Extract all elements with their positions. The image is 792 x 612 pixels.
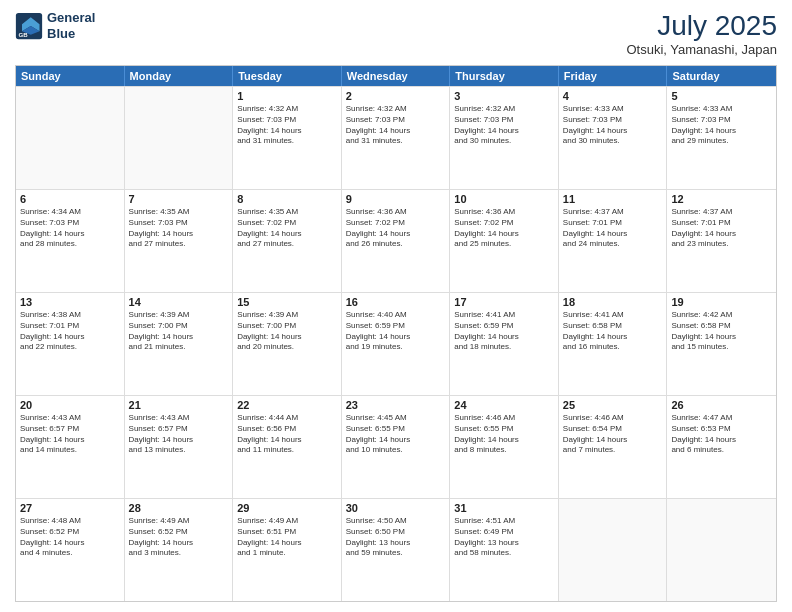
calendar-cell: 23Sunrise: 4:45 AMSunset: 6:55 PMDayligh… xyxy=(342,396,451,498)
day-number: 10 xyxy=(454,193,554,205)
cell-info-line: Daylight: 14 hours xyxy=(671,332,772,343)
cell-info-line: and 13 minutes. xyxy=(129,445,229,456)
cell-info-line: Sunset: 7:03 PM xyxy=(563,115,663,126)
cell-info-line: Sunrise: 4:36 AM xyxy=(346,207,446,218)
calendar-row-4: 27Sunrise: 4:48 AMSunset: 6:52 PMDayligh… xyxy=(16,498,776,601)
cell-info-line: and 28 minutes. xyxy=(20,239,120,250)
cell-info-line: Sunrise: 4:33 AM xyxy=(563,104,663,115)
calendar-cell: 15Sunrise: 4:39 AMSunset: 7:00 PMDayligh… xyxy=(233,293,342,395)
cell-info-line: and 22 minutes. xyxy=(20,342,120,353)
calendar-cell: 17Sunrise: 4:41 AMSunset: 6:59 PMDayligh… xyxy=(450,293,559,395)
cell-info-line: Daylight: 14 hours xyxy=(454,126,554,137)
cell-info-line: Sunset: 6:52 PM xyxy=(129,527,229,538)
cell-info-line: Sunrise: 4:34 AM xyxy=(20,207,120,218)
cell-info-line: Daylight: 14 hours xyxy=(346,229,446,240)
calendar-cell: 22Sunrise: 4:44 AMSunset: 6:56 PMDayligh… xyxy=(233,396,342,498)
cell-info-line: and 25 minutes. xyxy=(454,239,554,250)
cell-info-line: Sunset: 6:53 PM xyxy=(671,424,772,435)
cell-info-line: Sunset: 7:03 PM xyxy=(129,218,229,229)
cell-info-line: Sunrise: 4:42 AM xyxy=(671,310,772,321)
day-number: 19 xyxy=(671,296,772,308)
cell-info-line: and 59 minutes. xyxy=(346,548,446,559)
cell-info-line: Sunrise: 4:48 AM xyxy=(20,516,120,527)
cell-info-line: and 14 minutes. xyxy=(20,445,120,456)
day-number: 18 xyxy=(563,296,663,308)
cell-info-line: and 27 minutes. xyxy=(237,239,337,250)
cell-info-line: Daylight: 14 hours xyxy=(129,435,229,446)
day-number: 6 xyxy=(20,193,120,205)
cell-info-line: and 16 minutes. xyxy=(563,342,663,353)
calendar-cell xyxy=(125,87,234,189)
day-number: 13 xyxy=(20,296,120,308)
day-number: 3 xyxy=(454,90,554,102)
cell-info-line: Daylight: 14 hours xyxy=(346,435,446,446)
logo: GB General Blue xyxy=(15,10,95,41)
cell-info-line: Sunrise: 4:32 AM xyxy=(346,104,446,115)
cell-info-line: Sunset: 7:01 PM xyxy=(20,321,120,332)
header-day-wednesday: Wednesday xyxy=(342,66,451,86)
calendar-cell: 14Sunrise: 4:39 AMSunset: 7:00 PMDayligh… xyxy=(125,293,234,395)
calendar-row-1: 6Sunrise: 4:34 AMSunset: 7:03 PMDaylight… xyxy=(16,189,776,292)
cell-info-line: Sunrise: 4:41 AM xyxy=(454,310,554,321)
cell-info-line: Daylight: 14 hours xyxy=(563,229,663,240)
cell-info-line: Sunset: 6:55 PM xyxy=(346,424,446,435)
day-number: 8 xyxy=(237,193,337,205)
header-day-tuesday: Tuesday xyxy=(233,66,342,86)
cell-info-line: and 15 minutes. xyxy=(671,342,772,353)
calendar-cell: 29Sunrise: 4:49 AMSunset: 6:51 PMDayligh… xyxy=(233,499,342,601)
cell-info-line: Daylight: 14 hours xyxy=(237,435,337,446)
cell-info-line: and 3 minutes. xyxy=(129,548,229,559)
day-number: 26 xyxy=(671,399,772,411)
title-block: July 2025 Otsuki, Yamanashi, Japan xyxy=(626,10,777,57)
cell-info-line: Sunrise: 4:35 AM xyxy=(129,207,229,218)
calendar-cell: 28Sunrise: 4:49 AMSunset: 6:52 PMDayligh… xyxy=(125,499,234,601)
cell-info-line: Sunrise: 4:38 AM xyxy=(20,310,120,321)
cell-info-line: Sunset: 6:57 PM xyxy=(129,424,229,435)
cell-info-line: Daylight: 14 hours xyxy=(454,332,554,343)
cell-info-line: and 21 minutes. xyxy=(129,342,229,353)
cell-info-line: and 4 minutes. xyxy=(20,548,120,559)
cell-info-line: Sunset: 6:52 PM xyxy=(20,527,120,538)
cell-info-line: Sunset: 7:03 PM xyxy=(454,115,554,126)
calendar-cell xyxy=(559,499,668,601)
cell-info-line: Daylight: 14 hours xyxy=(20,332,120,343)
cell-info-line: Daylight: 14 hours xyxy=(454,435,554,446)
calendar-cell: 9Sunrise: 4:36 AMSunset: 7:02 PMDaylight… xyxy=(342,190,451,292)
day-number: 28 xyxy=(129,502,229,514)
cell-info-line: Sunset: 7:02 PM xyxy=(454,218,554,229)
cell-info-line: Sunset: 7:00 PM xyxy=(129,321,229,332)
day-number: 21 xyxy=(129,399,229,411)
calendar-cell: 19Sunrise: 4:42 AMSunset: 6:58 PMDayligh… xyxy=(667,293,776,395)
calendar-cell: 5Sunrise: 4:33 AMSunset: 7:03 PMDaylight… xyxy=(667,87,776,189)
calendar-header: SundayMondayTuesdayWednesdayThursdayFrid… xyxy=(16,66,776,86)
cell-info-line: and 18 minutes. xyxy=(454,342,554,353)
location: Otsuki, Yamanashi, Japan xyxy=(626,42,777,57)
cell-info-line: Sunset: 6:49 PM xyxy=(454,527,554,538)
calendar-cell: 1Sunrise: 4:32 AMSunset: 7:03 PMDaylight… xyxy=(233,87,342,189)
cell-info-line: Daylight: 14 hours xyxy=(129,538,229,549)
day-number: 5 xyxy=(671,90,772,102)
cell-info-line: and 20 minutes. xyxy=(237,342,337,353)
cell-info-line: Daylight: 14 hours xyxy=(671,435,772,446)
day-number: 24 xyxy=(454,399,554,411)
calendar-cell: 21Sunrise: 4:43 AMSunset: 6:57 PMDayligh… xyxy=(125,396,234,498)
calendar-cell: 8Sunrise: 4:35 AMSunset: 7:02 PMDaylight… xyxy=(233,190,342,292)
cell-info-line: Sunrise: 4:43 AM xyxy=(20,413,120,424)
calendar-cell: 20Sunrise: 4:43 AMSunset: 6:57 PMDayligh… xyxy=(16,396,125,498)
day-number: 17 xyxy=(454,296,554,308)
calendar-cell: 6Sunrise: 4:34 AMSunset: 7:03 PMDaylight… xyxy=(16,190,125,292)
cell-info-line: and 24 minutes. xyxy=(563,239,663,250)
day-number: 4 xyxy=(563,90,663,102)
cell-info-line: Daylight: 14 hours xyxy=(563,332,663,343)
cell-info-line: Daylight: 14 hours xyxy=(237,229,337,240)
calendar-cell: 2Sunrise: 4:32 AMSunset: 7:03 PMDaylight… xyxy=(342,87,451,189)
cell-info-line: Sunset: 6:56 PM xyxy=(237,424,337,435)
cell-info-line: Sunset: 6:58 PM xyxy=(563,321,663,332)
cell-info-line: Sunrise: 4:35 AM xyxy=(237,207,337,218)
cell-info-line: Daylight: 13 hours xyxy=(454,538,554,549)
cell-info-line: Sunrise: 4:49 AM xyxy=(129,516,229,527)
cell-info-line: Sunset: 7:02 PM xyxy=(237,218,337,229)
cell-info-line: and 19 minutes. xyxy=(346,342,446,353)
cell-info-line: Daylight: 14 hours xyxy=(671,126,772,137)
calendar-row-0: 1Sunrise: 4:32 AMSunset: 7:03 PMDaylight… xyxy=(16,86,776,189)
